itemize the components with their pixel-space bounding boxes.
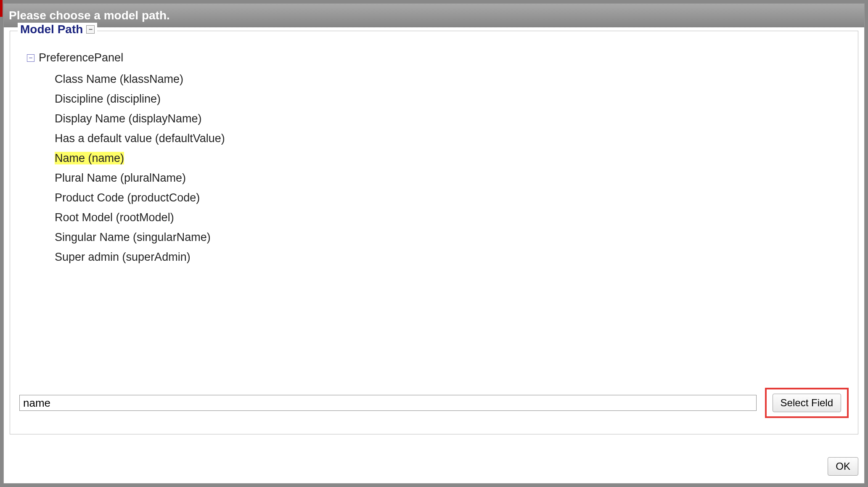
fieldset-label: Model Path <box>20 23 83 36</box>
ok-area: OK <box>828 457 858 476</box>
tree-children: Class Name (klassName)Discipline (discip… <box>55 69 849 267</box>
tree-item-label: Class Name (klassName) <box>55 73 183 85</box>
tree-root-label: PreferencePanel <box>39 51 123 64</box>
model-path-tree: − PreferencePanel Class Name (klassName)… <box>27 51 849 267</box>
fieldset-legend: Model Path − <box>18 23 97 36</box>
tree-item-label: Has a default value (defaultValue) <box>55 132 225 145</box>
path-input[interactable] <box>19 395 757 411</box>
tree-root-row[interactable]: − PreferencePanel <box>27 51 849 64</box>
collapse-icon[interactable]: − <box>27 54 34 62</box>
tree-item-label: Plural Name (pluralName) <box>55 172 186 184</box>
tree-item[interactable]: Singular Name (singularName) <box>55 228 849 247</box>
tree-item-label: Product Code (productCode) <box>55 191 200 204</box>
tree-item[interactable]: Product Code (productCode) <box>55 188 849 208</box>
tree-item[interactable]: Super admin (superAdmin) <box>55 247 849 267</box>
tree-item-label: Root Model (rootModel) <box>55 211 174 224</box>
tree-item[interactable]: Root Model (rootModel) <box>55 208 849 228</box>
tree-item[interactable]: Plural Name (pluralName) <box>55 168 849 188</box>
select-field-highlight: Select Field <box>765 388 849 418</box>
dialog-title: Please choose a model path. <box>9 9 170 22</box>
tree-item[interactable]: Display Name (displayName) <box>55 109 849 129</box>
minus-icon[interactable]: − <box>86 25 95 34</box>
model-path-dialog: Please choose a model path. Model Path −… <box>3 3 865 484</box>
dialog-content: Model Path − − PreferencePanel Class Nam… <box>4 27 864 483</box>
tree-item-label: Display Name (displayName) <box>55 112 202 125</box>
tree-item[interactable]: Has a default value (defaultValue) <box>55 129 849 148</box>
select-field-button[interactable]: Select Field <box>773 394 841 412</box>
ok-button[interactable]: OK <box>828 457 858 476</box>
tree-item[interactable]: Discipline (discipline) <box>55 89 849 109</box>
left-edge-marker <box>0 0 3 17</box>
tree-item-label: Super admin (superAdmin) <box>55 251 191 263</box>
tree-item[interactable]: Name (name) <box>55 148 849 168</box>
tree-item-label: Singular Name (singularName) <box>55 231 211 244</box>
model-path-fieldset: Model Path − − PreferencePanel Class Nam… <box>10 31 858 434</box>
tree-item-label: Name (name) <box>55 152 124 164</box>
tree-item-label: Discipline (discipline) <box>55 93 161 105</box>
tree-item[interactable]: Class Name (klassName) <box>55 69 849 89</box>
bottom-row: Select Field <box>19 388 849 418</box>
dialog-titlebar: Please choose a model path. <box>4 4 864 27</box>
